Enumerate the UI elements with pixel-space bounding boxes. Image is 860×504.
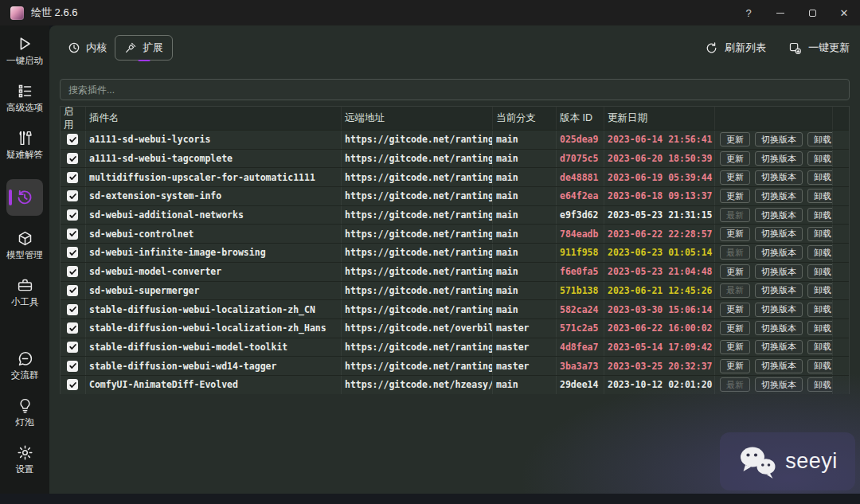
enabled-checkbox[interactable] — [67, 153, 78, 164]
table-row: stable-diffusion-webui-localization-zh_H… — [61, 318, 849, 338]
close-icon[interactable]: ✕ — [828, 0, 860, 25]
remote-url: https://gitcode.net/ranting — [345, 209, 493, 221]
enabled-checkbox[interactable] — [67, 247, 78, 258]
update-button[interactable]: 更新 — [720, 151, 750, 166]
sidebar-item-settings[interactable]: 设置 — [16, 443, 34, 475]
sidebar-item-version-management[interactable] — [6, 179, 43, 216]
refresh-list-button[interactable]: 刷新列表 — [705, 41, 766, 55]
uninstall-button[interactable]: 卸载 — [807, 303, 833, 317]
uninstall-button[interactable]: 卸载 — [807, 264, 833, 279]
sidebar-item-model-management[interactable]: 模型管理 — [6, 229, 43, 261]
uninstall-button[interactable]: 卸载 — [807, 245, 833, 260]
row-spacer — [833, 357, 849, 375]
enabled-checkbox[interactable] — [67, 342, 78, 353]
enabled-checkbox[interactable] — [67, 229, 78, 240]
switch-version-button[interactable]: 切换版本 — [755, 303, 803, 317]
version-id: 571c2a5 — [560, 322, 598, 334]
switch-version-button[interactable]: 切换版本 — [755, 321, 803, 335]
uninstall-button[interactable]: 卸载 — [807, 340, 833, 354]
row-spacer — [833, 187, 849, 205]
switch-version-button[interactable]: 切换版本 — [755, 208, 803, 222]
update-button[interactable]: 更新 — [720, 340, 750, 354]
switch-version-button[interactable]: 切换版本 — [755, 377, 803, 392]
plugin-name: sd-webui-controlnet — [89, 229, 194, 240]
uninstall-button[interactable]: 卸载 — [807, 170, 833, 185]
switch-version-button[interactable]: 切换版本 — [755, 227, 803, 241]
sidebar-item-label: 小工具 — [11, 296, 39, 308]
enabled-checkbox[interactable] — [67, 285, 78, 296]
switch-version-button[interactable]: 切换版本 — [755, 245, 803, 260]
update-button[interactable]: 更新 — [720, 359, 750, 373]
switch-version-button[interactable]: 切换版本 — [755, 170, 803, 185]
switch-version-button[interactable]: 切换版本 — [755, 151, 803, 166]
sidebar-item-launch[interactable]: 一键启动 — [6, 35, 43, 67]
uninstall-button[interactable]: 卸载 — [807, 151, 833, 166]
uninstall-button[interactable]: 卸载 — [807, 189, 833, 203]
update-button[interactable]: 最新 — [720, 208, 750, 222]
sidebar-item-label: 模型管理 — [6, 249, 43, 261]
enabled-checkbox[interactable] — [67, 134, 78, 145]
uninstall-button[interactable]: 卸载 — [807, 283, 833, 298]
update-button[interactable]: 更新 — [720, 264, 750, 279]
switch-version-button[interactable]: 切换版本 — [755, 189, 803, 203]
sidebar-item-advanced-options[interactable]: 高级选项 — [6, 82, 43, 114]
remote-url: https://gitcode.net/ranting — [345, 153, 493, 164]
update-button[interactable]: 更新 — [720, 132, 750, 147]
header-branch: 当前分支 — [493, 107, 557, 130]
enabled-checkbox[interactable] — [67, 190, 78, 201]
update-button[interactable]: 最新 — [720, 377, 750, 392]
switch-version-button[interactable]: 切换版本 — [755, 283, 803, 298]
version-history-icon — [16, 189, 33, 206]
enabled-checkbox[interactable] — [67, 304, 78, 315]
update-button[interactable]: 更新 — [720, 303, 750, 317]
plugin-name: stable-diffusion-webui-wd14-tagger — [89, 361, 276, 372]
tab-kernel[interactable]: 内核 — [60, 35, 115, 61]
update-button[interactable]: 最新 — [720, 283, 750, 298]
help-icon[interactable]: ? — [733, 0, 764, 25]
maximize-icon[interactable] — [796, 0, 828, 25]
remote-url: https://gitcode.net/ranting — [345, 134, 493, 145]
table-header-row: 启用 插件名 远端地址 当前分支 版本 ID 更新日期 — [61, 107, 849, 130]
update-button[interactable]: 更新 — [720, 189, 750, 203]
update-button[interactable]: 更新 — [720, 321, 750, 335]
enabled-checkbox[interactable] — [67, 266, 78, 277]
sidebar-item-bulb[interactable]: 灯泡 — [16, 397, 34, 428]
switch-version-button[interactable]: 切换版本 — [755, 132, 803, 147]
remote-url: https://gitcode.net/hzeasy/ — [345, 379, 493, 390]
branch-name: main — [496, 172, 518, 183]
switch-version-button[interactable]: 切换版本 — [755, 359, 803, 373]
uninstall-button[interactable]: 卸载 — [807, 227, 833, 241]
search-input[interactable] — [60, 79, 850, 100]
header-actions — [715, 107, 833, 130]
minimize-icon[interactable] — [764, 0, 796, 25]
uninstall-button[interactable]: 卸载 — [807, 377, 833, 392]
enabled-checkbox[interactable] — [67, 322, 78, 334]
update-button[interactable]: 最新 — [720, 245, 750, 260]
row-spacer — [833, 376, 849, 394]
enabled-checkbox[interactable] — [67, 172, 78, 183]
sidebar-item-tools[interactable]: 小工具 — [11, 276, 39, 308]
uninstall-button[interactable]: 卸载 — [807, 359, 833, 373]
switch-version-button[interactable]: 切换版本 — [755, 264, 803, 279]
tab-extensions[interactable]: 扩展 — [115, 35, 173, 61]
check-icon — [68, 229, 77, 238]
switch-version-button[interactable]: 切换版本 — [755, 340, 803, 354]
enabled-checkbox[interactable] — [67, 361, 78, 372]
enabled-checkbox[interactable] — [67, 209, 78, 221]
update-button[interactable]: 更新 — [720, 227, 750, 241]
update-button[interactable]: 更新 — [720, 170, 750, 185]
update-all-button[interactable]: 一键更新 — [788, 41, 850, 55]
enabled-checkbox[interactable] — [67, 379, 78, 390]
plugin-name: sd-extension-system-info — [89, 190, 221, 201]
brand-text: seeyi — [785, 449, 838, 474]
sidebar-item-troubleshooting[interactable]: 疑难解答 — [6, 129, 43, 161]
remote-url: https://gitcode.net/overbil — [345, 322, 493, 334]
plug-icon — [124, 41, 137, 54]
sidebar-item-label: 交流群 — [11, 369, 39, 381]
uninstall-button[interactable]: 卸载 — [807, 132, 833, 147]
sidebar-item-community[interactable]: 交流群 — [11, 350, 39, 381]
update-date: 2023-06-18 09:13:37 — [608, 190, 713, 201]
uninstall-button[interactable]: 卸载 — [807, 208, 833, 222]
uninstall-button[interactable]: 卸载 — [807, 321, 833, 335]
update-date: 2023-03-25 20:32:37 — [608, 361, 713, 372]
